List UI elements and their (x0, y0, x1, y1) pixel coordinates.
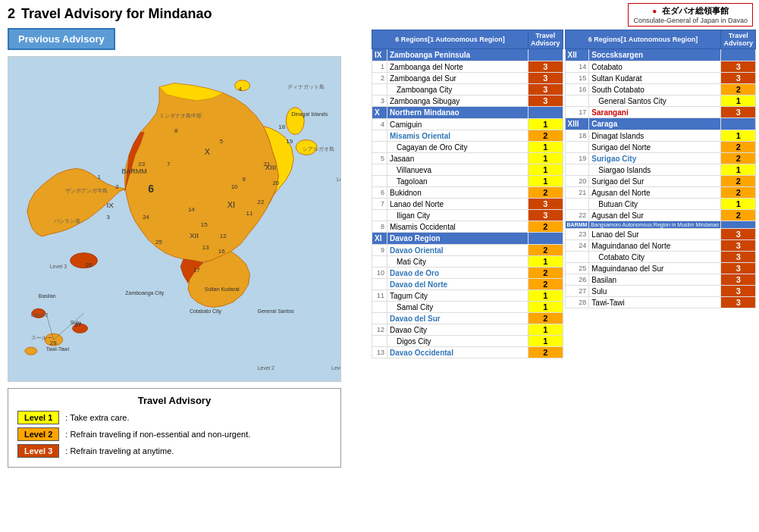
row-name: Butuan City (589, 199, 721, 210)
row-name: Mati City (387, 256, 528, 268)
table-row: Iligan City3 (372, 210, 563, 221)
svg-text:24: 24 (143, 214, 149, 221)
svg-text:19: 19 (286, 138, 293, 145)
svg-text:Level 1: Level 1 (337, 177, 340, 182)
level-cell: 2 (721, 187, 756, 199)
row-num: 20 (565, 176, 589, 187)
row-num: 13 (372, 347, 387, 358)
level-cell: 3 (721, 240, 756, 252)
svg-text:20: 20 (272, 180, 279, 186)
svg-text:8: 8 (174, 127, 178, 134)
level-cell: 1 (528, 256, 563, 268)
row-name: Dinagat Islands (589, 130, 721, 142)
row-num (565, 164, 589, 176)
svg-point-14 (235, 80, 250, 91)
level-cell: 2 (721, 176, 756, 187)
svg-text:1: 1 (97, 174, 101, 180)
table-row: 12Davao City1 (372, 324, 563, 336)
svg-text:28: 28 (50, 340, 57, 346)
level-cell: 3 (528, 61, 563, 73)
svg-text:21: 21 (263, 161, 270, 167)
table-row: 16South Cotabato2 (565, 84, 756, 95)
bold-blue-name: Davao de Oro (390, 269, 439, 277)
table-row: 23Lanao del Sur3 (565, 229, 756, 240)
level-cell: 3 (528, 73, 563, 84)
row-num: 3 (372, 95, 387, 107)
row-num: 21 (565, 187, 589, 199)
row-name: Misamis Oriental (387, 130, 528, 142)
level-cell: 1 (721, 95, 756, 107)
page-title-text: Travel Advisory for Mindanao (21, 6, 212, 22)
level-cell: 3 (528, 84, 563, 95)
row-name: Surigao del Norte (589, 142, 721, 153)
svg-text:ミンダナオ島中部: ミンダナオ島中部 (159, 113, 202, 119)
level-cell: 2 (528, 245, 563, 256)
table-row: 2Zamboanga del Sur3 (372, 73, 563, 84)
table-row: IXZamboanga Peninsula (372, 49, 563, 61)
level-cell: 1 (528, 324, 563, 336)
row-name: Bukidnon (387, 187, 528, 199)
row-name: Davao de Oro (387, 268, 528, 279)
row-name: Sarangani (589, 107, 721, 118)
svg-text:IX: IX (106, 201, 114, 209)
table-row: Tagoloan1 (372, 176, 563, 187)
bold-blue-name: Misamis Oriental (390, 132, 450, 140)
svg-text:シアルガオ島: シアルガオ島 (303, 146, 334, 152)
previous-advisory-button[interactable]: Previous Advisory (8, 28, 115, 50)
level-cell: 2 (528, 313, 563, 324)
level-cell: 1 (528, 336, 563, 347)
row-num (372, 313, 387, 324)
row-num: 8 (372, 221, 387, 233)
level-cell: 2 (721, 153, 756, 164)
table-row: Digos City1 (372, 336, 563, 347)
row-name: Cotabato (589, 61, 721, 73)
row-num: 24 (565, 240, 589, 252)
table-row: 10Davao de Oro2 (372, 268, 563, 279)
level-cell: 1 (528, 119, 563, 130)
row-num: 11 (372, 290, 387, 302)
table-row: 15Sultan Kudarat3 (565, 73, 756, 84)
level-cell: 1 (528, 290, 563, 302)
level-cell: 2 (721, 210, 756, 221)
row-num: 1 (372, 61, 387, 73)
level1-badge: Level 1 (17, 411, 59, 424)
page: 2 Travel Advisory for Mindanao Previous … (0, 0, 759, 532)
right-table-header-col2: Travel Advisory (721, 30, 756, 49)
region-name: Caraga (589, 118, 721, 130)
svg-point-10 (25, 347, 37, 355)
row-name: Cotabato City (589, 252, 721, 263)
level-cell: 2 (528, 347, 563, 358)
region-num: X (372, 107, 387, 119)
row-num: 19 (565, 153, 589, 164)
row-name: Tagoloan (387, 176, 528, 187)
level1-text: : Take extra care. (65, 413, 129, 422)
row-name: Agusan del Norte (589, 187, 721, 199)
level2-text: : Refrain traveling if non-essential and… (65, 430, 250, 439)
table-row: 24Maguindanao del Norte3 (565, 240, 756, 252)
barmm-num: BARMM (565, 221, 589, 229)
row-num (372, 210, 387, 221)
table-row: Siargao Islands1 (565, 164, 756, 176)
row-name: Misamis Occidental (387, 221, 528, 233)
level2-badge: Level 2 (17, 427, 59, 441)
row-num: 25 (565, 263, 589, 274)
row-name: Jasaan (387, 153, 528, 164)
row-num: 27 (565, 286, 589, 297)
level-cell: 2 (528, 187, 563, 199)
svg-text:17: 17 (193, 267, 200, 274)
svg-text:Tawi-Tawi: Tawi-Tawi (46, 346, 70, 352)
table-row: 20Surigao del Sur2 (565, 176, 756, 187)
level-cell: 1 (721, 164, 756, 176)
legend-row-level2: Level 2 : Refrain traveling if non-essen… (17, 427, 331, 441)
svg-text:Level 2: Level 2 (331, 365, 340, 371)
row-num (565, 142, 589, 153)
row-num: 2 (372, 73, 387, 84)
svg-text:23: 23 (138, 161, 145, 167)
table-row: Villanueva1 (372, 164, 563, 176)
table-row: 18Dinagat Islands1 (565, 130, 756, 142)
barmm-level (721, 221, 756, 229)
row-num: 7 (372, 199, 387, 210)
svg-text:BARMM: BARMM (121, 167, 146, 175)
svg-text:25: 25 (155, 239, 162, 246)
level-cell: 2 (528, 221, 563, 233)
